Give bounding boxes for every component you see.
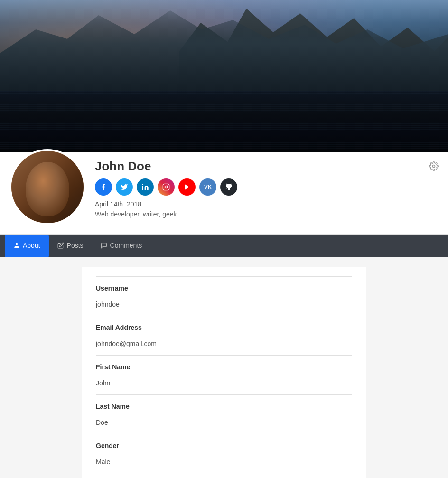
field-group-first-name: First NameJohn [96,355,352,394]
cover-photo [0,0,448,152]
field-value: Male [96,453,352,473]
svg-point-5 [433,165,435,168]
content-area: UsernamejohndoeEmail Addressjohndoe@gmai… [0,257,448,478]
profile-bio: Web developer, writer, geek. [95,210,429,218]
profile-name: John Doe [95,159,429,174]
fields-container: UsernamejohndoeEmail Addressjohndoe@gmai… [96,276,352,473]
avatar [9,149,85,225]
tab-posts[interactable]: Posts [49,235,92,257]
field-label: Last Name [96,395,352,414]
field-value: johndoe [96,296,352,316]
social-youtube-icon[interactable] [178,178,196,196]
field-label: Email Address [96,316,352,335]
settings-icon[interactable] [429,161,439,173]
tab-about-label: About [23,242,40,249]
tab-comments[interactable]: Comments [92,235,151,257]
social-github-icon[interactable] [220,178,237,196]
field-label: First Name [96,356,352,375]
tab-posts-label: Posts [67,242,84,249]
field-group-last-name: Last NameDoe [96,394,352,434]
social-icons-list: VK [95,178,429,196]
social-linkedin-icon[interactable] [137,178,154,196]
svg-point-3 [168,185,168,186]
svg-point-6 [16,243,18,245]
social-twitter-icon[interactable] [116,178,133,196]
field-group-gender: GenderMale [96,434,352,473]
profile-info: John Doe VK [85,152,439,225]
svg-marker-4 [185,184,189,190]
field-value: John [96,375,352,394]
social-vk-icon[interactable]: VK [199,178,216,196]
field-group-username: Usernamejohndoe [96,276,352,316]
profile-date: April 14th, 2018 [95,200,429,208]
svg-point-2 [165,186,167,188]
field-value: Doe [96,414,352,434]
social-facebook-icon[interactable] [95,178,112,196]
nav-tabs: About Posts Comments [0,235,448,257]
social-instagram-icon[interactable] [158,178,175,196]
field-label: Gender [96,434,352,453]
about-content: UsernamejohndoeEmail Addressjohndoe@gmai… [82,267,366,478]
profile-section: John Doe VK [0,152,448,235]
tab-comments-label: Comments [110,242,142,249]
svg-point-0 [142,184,143,185]
field-group-email-address: Email Addressjohndoe@gmail.com [96,316,352,355]
tab-about[interactable]: About [5,235,49,257]
field-value: johndoe@gmail.com [96,335,352,355]
svg-rect-1 [163,184,169,190]
field-label: Username [96,277,352,296]
